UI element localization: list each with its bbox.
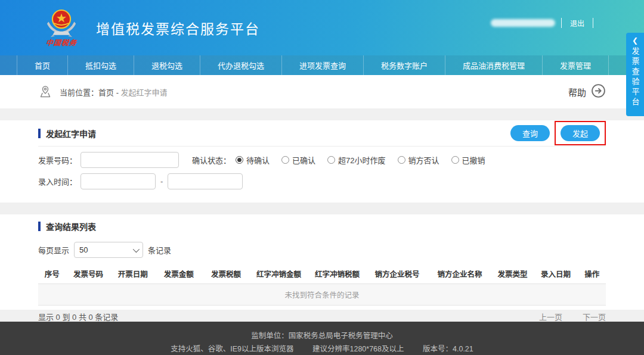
- footer-version: 版本号：4.0.21: [423, 345, 473, 353]
- logo-caption: 中国税务: [45, 37, 78, 48]
- help-label: 帮助: [568, 86, 586, 98]
- radio-label: 超72小时作废: [338, 154, 385, 166]
- results-table-header-row: 序号发票号码开票日期发票金额发票税额红字冲销金额红字冲销税额销方企业税号销方企业…: [38, 264, 606, 284]
- breadcrumb-home[interactable]: 首页: [98, 88, 114, 97]
- radio-unselected-icon: [398, 156, 405, 164]
- footer-resolution: 建议分辨率1280*768及以上: [312, 345, 404, 353]
- invoice-number-label: 发票号码：: [38, 154, 77, 166]
- column-header: 操作: [578, 264, 606, 284]
- radio-label: 已确认: [292, 154, 315, 166]
- spacer: [0, 108, 644, 120]
- apply-section-title: 发起红字申请: [46, 127, 96, 139]
- page-size-suffix: 条记录: [148, 244, 171, 256]
- column-header: 序号: [38, 264, 66, 284]
- column-header: 开票日期: [110, 264, 155, 284]
- results-table: 序号发票号码开票日期发票金额发票税额红字冲销金额红字冲销税额销方企业税号销方企业…: [38, 264, 606, 306]
- page-title: 增值税发票综合服务平台: [96, 18, 260, 38]
- nav-item-4[interactable]: 代办退税勾选: [200, 55, 282, 75]
- page-links: 上一页 下一页: [519, 311, 606, 322]
- confirm-status-radio-4[interactable]: 销方否认: [398, 154, 439, 166]
- breadcrumb-separator: -: [114, 88, 121, 97]
- empty-row-cell: 未找到符合条件的记录: [38, 284, 606, 306]
- collapse-chevron-icon: ❮: [626, 36, 644, 45]
- next-page-button[interactable]: 下一页: [583, 311, 606, 322]
- help-button[interactable]: 帮助: [568, 83, 606, 101]
- nav-item-7[interactable]: 成品油消费税管理: [445, 55, 543, 75]
- footer-line1: 监制单位：国家税务总局电子税务管理中心: [0, 329, 644, 342]
- page-size-value: 50: [79, 245, 133, 254]
- arrow-right-circle-icon: [591, 83, 606, 101]
- footer-browser-support: 支持火狐、谷歌、IE9以上版本浏览器: [171, 345, 293, 353]
- column-header: 红字冲销税额: [308, 264, 367, 284]
- query-button[interactable]: 查询: [510, 125, 550, 141]
- confirm-status-radio-group: 待确认已确认超72小时作废销方否认已撤销: [236, 154, 497, 166]
- breadcrumb: 当前位置：首页 - 发起红字申请: [60, 86, 168, 98]
- china-tax-emblem-icon: [46, 8, 77, 38]
- breadcrumb-current: 发起红字申请: [121, 88, 168, 97]
- invoice-number-input[interactable]: [80, 152, 179, 168]
- breadcrumb-label: 当前位置：: [60, 88, 98, 97]
- page-size-row: 每页显示 50 条记录: [38, 242, 606, 258]
- nav-item-8[interactable]: 发票管理: [543, 55, 609, 75]
- column-header: 录入日期: [534, 264, 578, 284]
- breadcrumb-bar: 当前位置：首页 - 发起红字申请 帮助: [0, 75, 644, 108]
- nav-item-5[interactable]: 进项发票查询: [282, 55, 364, 75]
- table-empty-row: 未找到符合条件的记录: [38, 284, 606, 306]
- title-accent-bar: [38, 129, 41, 138]
- entry-time-start-input[interactable]: [80, 173, 156, 189]
- spacer: [0, 203, 644, 214]
- apply-section: 发起红字申请 查询 发起 发票号码： 确认状态： 待确认已确认超72小时作废销方…: [0, 120, 644, 203]
- results-section-head: 查询结果列表: [38, 214, 606, 238]
- footer: 监制单位：国家税务总局电子税务管理中心 支持火狐、谷歌、IE9以上版本浏览器 建…: [0, 322, 644, 355]
- results-section: 查询结果列表 每页显示 50 条记录 序号发票号码开票日期发票金额发票税额红字冲…: [0, 214, 644, 310]
- apply-buttons: 查询 发起: [510, 121, 606, 145]
- entry-time-label: 录入时间：: [38, 176, 77, 187]
- confirm-status-radio-1[interactable]: 待确认: [236, 154, 270, 166]
- username-redacted: [491, 19, 555, 27]
- header: 中国税务 增值税发票综合服务平台 退出: [0, 0, 644, 55]
- pagination-row: 显示 0 到 0 共 0 条记录 上一页 下一页: [38, 311, 606, 322]
- radio-label: 销方否认: [408, 154, 439, 166]
- nav: 首页抵扣勾选退税勾选代办退税勾选进项发票查询税务数字账户成品油消费税管理发票管理…: [0, 55, 644, 75]
- column-header: 发票金额: [155, 264, 202, 284]
- column-header: 红字冲销金额: [250, 264, 308, 284]
- column-header: 销方企业名称: [428, 264, 491, 284]
- chevron-down-icon: [133, 245, 140, 252]
- initiate-button[interactable]: 发起: [561, 125, 600, 141]
- side-tab-label: 发票查验平台: [630, 47, 641, 108]
- logout-link[interactable]: 退出: [561, 18, 593, 28]
- prev-page-button[interactable]: 上一页: [539, 311, 562, 322]
- footer-line2: 支持火狐、谷歌、IE9以上版本浏览器 建议分辨率1280*768及以上 版本号：…: [0, 342, 644, 355]
- apply-section-head: 发起红字申请 查询 发起: [38, 120, 606, 147]
- radio-unselected-icon: [327, 156, 335, 164]
- user-area: 退出: [491, 18, 599, 28]
- records-summary: 显示 0 到 0 共 0 条记录: [38, 311, 118, 322]
- invoice-filter-row: 发票号码： 确认状态： 待确认已确认超72小时作废销方否认已撤销: [38, 152, 606, 168]
- column-header: 发票税额: [202, 264, 249, 284]
- confirm-status-radio-3[interactable]: 超72小时作废: [327, 154, 385, 166]
- nav-item-3[interactable]: 退税勾选: [134, 55, 200, 75]
- radio-unselected-icon: [281, 156, 289, 164]
- side-tab-invoice-verification[interactable]: ❮ 发票查验平台: [626, 33, 644, 116]
- confirm-status-radio-5[interactable]: 已撤销: [451, 154, 485, 166]
- column-header: 发票类型: [492, 264, 534, 284]
- column-header: 销方企业税号: [367, 264, 428, 284]
- page: 中国税务 增值税发票综合服务平台 退出 首页抵扣勾选退税勾选代办退税勾选进项发票…: [0, 0, 644, 355]
- confirm-status-label: 确认状态：: [192, 154, 231, 166]
- logo: 中国税务: [33, 8, 90, 48]
- page-size-select[interactable]: 50: [74, 242, 143, 258]
- radio-label: 已撤销: [462, 154, 485, 166]
- nav-item-2[interactable]: 抵扣勾选: [68, 55, 134, 75]
- date-range-dash: -: [160, 177, 163, 186]
- radio-unselected-icon: [451, 156, 459, 164]
- location-map-icon: [38, 85, 52, 99]
- nav-item-6[interactable]: 税务数字账户: [364, 55, 445, 75]
- title-accent-bar: [38, 222, 41, 231]
- entry-time-row: 录入时间： -: [38, 173, 606, 189]
- column-header: 发票号码: [66, 264, 111, 284]
- radio-selected-icon: [236, 156, 243, 164]
- radio-label: 待确认: [246, 154, 270, 166]
- entry-time-end-input[interactable]: [168, 173, 243, 189]
- confirm-status-radio-2[interactable]: 已确认: [281, 154, 315, 166]
- nav-item-1[interactable]: 首页: [17, 55, 68, 75]
